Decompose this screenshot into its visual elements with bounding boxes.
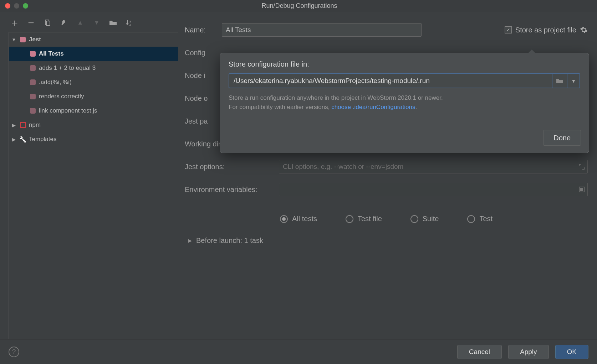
tree-item-label: adds 1 + 2 to equal 3 — [39, 64, 96, 72]
chevron-right-icon[interactable]: ▶ — [11, 123, 17, 128]
popover-title: Store configuration file in: — [229, 60, 580, 68]
tree-group-label: npm — [29, 121, 41, 129]
chevron-right-icon[interactable]: ▶ — [188, 238, 192, 243]
store-path-input[interactable] — [229, 73, 552, 88]
jest-icon — [29, 50, 37, 58]
help-icon[interactable]: ? — [9, 347, 19, 357]
apply-button[interactable]: Apply — [508, 345, 549, 359]
config-toolbar: ＋ − ▲ ▼ + az — [9, 15, 178, 31]
before-launch-section[interactable]: ▶ Before launch: 1 task — [185, 226, 588, 245]
jest-icon — [29, 64, 37, 72]
tree-item[interactable]: adds 1 + 2 to equal 3 — [9, 61, 178, 75]
tree-group-label: Templates — [29, 136, 56, 143]
folder-action-icon[interactable]: + — [109, 19, 117, 27]
radio-test-file[interactable]: Test file — [346, 215, 382, 223]
svg-text:z: z — [129, 23, 131, 26]
popover-hint: Store a run configuration anywhere in th… — [229, 93, 580, 112]
radio-test[interactable]: Test — [467, 215, 493, 223]
remove-config-icon[interactable]: − — [27, 19, 35, 27]
tree-item-all-tests[interactable]: All Tests — [9, 47, 178, 61]
add-config-icon[interactable]: ＋ — [11, 19, 19, 27]
tree-item[interactable]: renders correctly — [9, 89, 178, 104]
jest-options-input[interactable]: CLI options, e.g. --watch or --env=jsdom — [279, 160, 588, 173]
move-up-icon: ▲ — [76, 19, 84, 27]
done-button[interactable]: Done — [543, 130, 581, 146]
chevron-down-icon[interactable]: ▾ — [567, 73, 580, 88]
tree-item[interactable]: .add(%i, %i) — [9, 75, 178, 89]
choose-idea-link[interactable]: choose .idea/runConfigurations — [331, 104, 415, 110]
store-as-project-file-checkbox[interactable]: ✓ — [505, 26, 512, 33]
wrench-icon — [19, 135, 27, 143]
jest-options-label: Jest options: — [185, 163, 279, 171]
chevron-down-icon[interactable]: ▼ — [11, 37, 17, 42]
tree-group-npm[interactable]: ▶ npm — [9, 118, 178, 132]
jest-icon — [29, 78, 37, 86]
env-vars-label: Environment variables: — [185, 186, 279, 194]
tree-group-templates[interactable]: ▶ Templates — [9, 132, 178, 146]
jest-icon — [29, 107, 37, 115]
radio-label: All tests — [292, 215, 317, 223]
tree-group-label: Jest — [29, 36, 41, 43]
before-launch-label: Before launch: 1 task — [196, 236, 263, 245]
dialog-footer: ? Cancel Apply OK — [0, 339, 597, 364]
test-scope-radios: All tests Test file Suite Test — [185, 209, 588, 226]
radio-label: Test file — [358, 215, 382, 223]
radio-label: Suite — [423, 215, 439, 223]
jest-icon — [29, 93, 37, 100]
sort-alpha-icon[interactable]: az — [126, 19, 133, 27]
npm-icon — [19, 121, 27, 129]
tree-item[interactable]: link component test.js — [9, 104, 178, 118]
svg-text:+: + — [115, 22, 117, 26]
name-label: Name: — [185, 26, 222, 34]
env-vars-input[interactable] — [279, 183, 588, 196]
store-config-popover: Store configuration file in: ▾ Store a r… — [220, 53, 589, 153]
move-down-icon: ▼ — [93, 19, 101, 27]
radio-label: Test — [479, 215, 493, 223]
close-window-icon[interactable] — [5, 3, 10, 9]
separator — [185, 204, 588, 204]
radio-all-tests[interactable]: All tests — [280, 215, 317, 223]
titlebar: Run/Debug Configurations — [0, 0, 597, 12]
tree-item-label: .add(%i, %i) — [39, 79, 72, 86]
gear-icon[interactable] — [580, 26, 588, 34]
tree-item-label: All Tests — [39, 50, 64, 57]
store-as-project-file-label: Store as project file — [515, 26, 576, 34]
expand-icon[interactable] — [578, 163, 585, 170]
name-input[interactable] — [222, 23, 422, 37]
edit-defaults-icon[interactable] — [60, 19, 68, 27]
folder-icon[interactable] — [552, 73, 567, 88]
tree-item-label: renders correctly — [39, 93, 84, 100]
list-icon[interactable] — [578, 186, 585, 193]
tree-item-label: link component test.js — [39, 107, 97, 114]
cancel-button[interactable]: Cancel — [457, 345, 502, 359]
maximize-window-icon[interactable] — [23, 3, 28, 9]
window-controls — [5, 3, 28, 9]
config-tree[interactable]: ▼ Jest All Tests adds 1 + 2 to equal 3 .… — [9, 32, 178, 339]
radio-suite[interactable]: Suite — [410, 215, 439, 223]
ok-button[interactable]: OK — [555, 345, 588, 359]
copy-config-icon[interactable] — [44, 19, 51, 27]
minimize-window-icon[interactable] — [14, 3, 19, 9]
jest-icon — [19, 36, 27, 43]
svg-rect-1 — [46, 21, 50, 26]
chevron-right-icon[interactable]: ▶ — [11, 137, 17, 142]
tree-group-jest[interactable]: ▼ Jest — [9, 32, 178, 47]
window-title: Run/Debug Configurations — [28, 2, 571, 10]
